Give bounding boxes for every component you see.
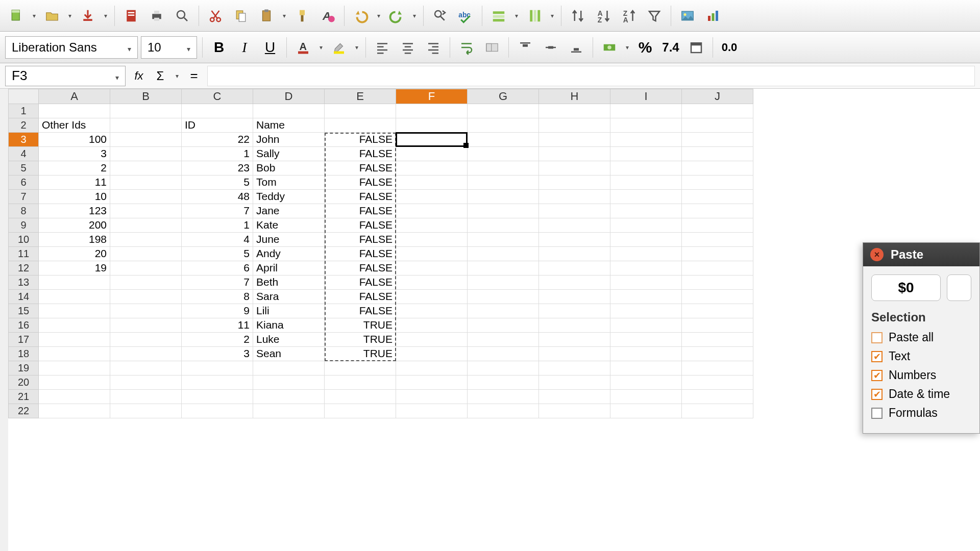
- cell-G17[interactable]: [468, 333, 539, 347]
- cell-G20[interactable]: [468, 375, 539, 390]
- cell-C13[interactable]: 7: [182, 276, 253, 290]
- cell-A1[interactable]: [39, 104, 110, 118]
- new-file-button[interactable]: [5, 5, 28, 27]
- cell-G8[interactable]: [468, 204, 539, 218]
- redo-dropdown[interactable]: [411, 12, 418, 19]
- cell-I3[interactable]: [610, 133, 682, 147]
- cell-C15[interactable]: 9: [182, 304, 253, 318]
- cell-C17[interactable]: 2: [182, 333, 253, 347]
- cell-B12[interactable]: [110, 261, 182, 276]
- cell-C11[interactable]: 5: [182, 247, 253, 261]
- row-header-7[interactable]: 7: [8, 190, 39, 204]
- open-button[interactable]: [41, 5, 63, 27]
- cell-A21[interactable]: [39, 390, 110, 404]
- highlight-dropdown[interactable]: [353, 44, 360, 51]
- cell-J15[interactable]: [682, 304, 753, 318]
- column-header-D[interactable]: D: [253, 89, 325, 104]
- cell-D18[interactable]: Sean: [253, 347, 325, 361]
- column-header-C[interactable]: C: [182, 89, 253, 104]
- row-header-18[interactable]: 18: [8, 347, 39, 361]
- cell-I5[interactable]: [610, 161, 682, 176]
- cell-A12[interactable]: 19: [39, 261, 110, 276]
- cell-E9[interactable]: FALSE: [325, 218, 396, 233]
- cell-F19[interactable]: [396, 361, 468, 375]
- cell-E1[interactable]: [325, 104, 396, 118]
- cell-E15[interactable]: FALSE: [325, 304, 396, 318]
- cell-C21[interactable]: [182, 390, 253, 404]
- cell-H13[interactable]: [539, 276, 610, 290]
- cell-G1[interactable]: [468, 104, 539, 118]
- new-file-dropdown[interactable]: [31, 12, 38, 19]
- cell-G6[interactable]: [468, 176, 539, 190]
- cell-H4[interactable]: [539, 147, 610, 161]
- cell-D22[interactable]: [253, 404, 325, 418]
- cell-E17[interactable]: TRUE: [325, 333, 396, 347]
- cell-A2[interactable]: Other Ids: [39, 118, 110, 133]
- paste-option-paste-all[interactable]: Paste all: [871, 331, 971, 344]
- cell-H10[interactable]: [539, 233, 610, 247]
- row-header-21[interactable]: 21: [8, 390, 39, 404]
- cell-G21[interactable]: [468, 390, 539, 404]
- cell-H15[interactable]: [539, 304, 610, 318]
- paste-values-shortcut[interactable]: $0: [871, 274, 941, 301]
- cell-E22[interactable]: [325, 404, 396, 418]
- cell-G4[interactable]: [468, 147, 539, 161]
- cell-J12[interactable]: [682, 261, 753, 276]
- cell-I16[interactable]: [610, 318, 682, 333]
- row-header-3[interactable]: 3: [8, 133, 39, 147]
- row-header-17[interactable]: 17: [8, 333, 39, 347]
- cell-E4[interactable]: FALSE: [325, 147, 396, 161]
- align-right-button[interactable]: [422, 36, 445, 59]
- cell-B4[interactable]: [110, 147, 182, 161]
- cell-A13[interactable]: [39, 276, 110, 290]
- row-header-15[interactable]: 15: [8, 304, 39, 318]
- cell-B9[interactable]: [110, 218, 182, 233]
- autofilter-button[interactable]: [643, 5, 666, 27]
- cell-C18[interactable]: 3: [182, 347, 253, 361]
- cell-I10[interactable]: [610, 233, 682, 247]
- row-header-2[interactable]: 2: [8, 118, 39, 133]
- cell-G22[interactable]: [468, 404, 539, 418]
- cell-A11[interactable]: 20: [39, 247, 110, 261]
- cell-F16[interactable]: [396, 318, 468, 333]
- cell-H6[interactable]: [539, 176, 610, 190]
- cell-I21[interactable]: [610, 390, 682, 404]
- cell-H1[interactable]: [539, 104, 610, 118]
- formula-input[interactable]: [207, 66, 975, 86]
- percent-button[interactable]: %: [634, 36, 656, 59]
- copy-button[interactable]: [230, 5, 252, 27]
- cell-H2[interactable]: [539, 118, 610, 133]
- cell-D17[interactable]: Luke: [253, 333, 325, 347]
- cell-C5[interactable]: 23: [182, 161, 253, 176]
- cell-F4[interactable]: [396, 147, 468, 161]
- cell-B8[interactable]: [110, 204, 182, 218]
- column-header-A[interactable]: A: [39, 89, 110, 104]
- currency-button[interactable]: [598, 36, 621, 59]
- cell-J6[interactable]: [682, 176, 753, 190]
- cell-H18[interactable]: [539, 347, 610, 361]
- cell-H20[interactable]: [539, 375, 610, 390]
- cell-F20[interactable]: [396, 375, 468, 390]
- cell-E7[interactable]: FALSE: [325, 190, 396, 204]
- cell-D16[interactable]: Kiana: [253, 318, 325, 333]
- cell-reference-box[interactable]: F3: [5, 66, 126, 86]
- cell-J20[interactable]: [682, 375, 753, 390]
- valign-top-button[interactable]: [514, 36, 536, 59]
- cell-E20[interactable]: [325, 375, 396, 390]
- row-header-20[interactable]: 20: [8, 375, 39, 390]
- cell-A17[interactable]: [39, 333, 110, 347]
- align-left-button[interactable]: [371, 36, 394, 59]
- cell-E3[interactable]: FALSE: [325, 133, 396, 147]
- cell-J19[interactable]: [682, 361, 753, 375]
- cell-B19[interactable]: [110, 361, 182, 375]
- cell-I22[interactable]: [610, 404, 682, 418]
- merge-cells-button[interactable]: [481, 36, 503, 59]
- cut-button[interactable]: [204, 5, 227, 27]
- cell-A14[interactable]: [39, 290, 110, 304]
- cell-H11[interactable]: [539, 247, 610, 261]
- cell-D4[interactable]: Sally: [253, 147, 325, 161]
- function-wizard-button[interactable]: fx: [131, 69, 147, 83]
- valign-bot-button[interactable]: [565, 36, 587, 59]
- cell-F22[interactable]: [396, 404, 468, 418]
- cell-H12[interactable]: [539, 261, 610, 276]
